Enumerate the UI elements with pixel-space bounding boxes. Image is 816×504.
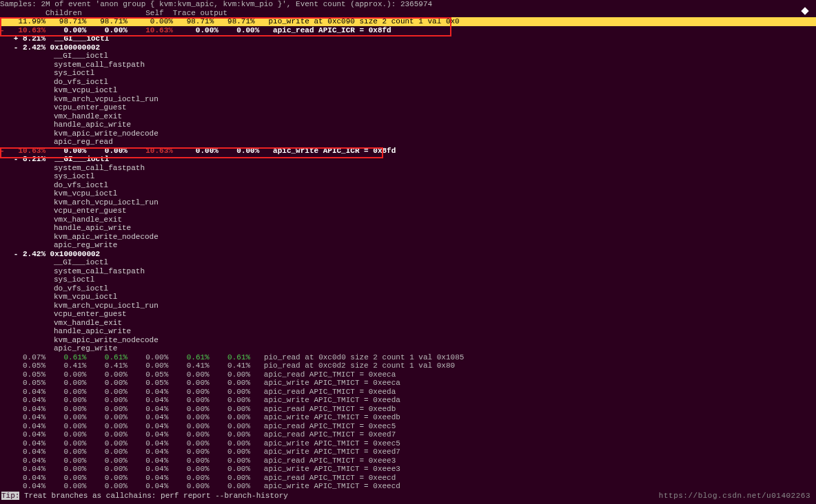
callchain-item[interactable]: __GI___ioctl (0, 258, 816, 267)
row-selected[interactable]: 11.99% 98.71% 98.71% 0.00% 98.71% 98.71%… (0, 17, 816, 26)
header-columns: Children Self Trace output (0, 9, 816, 18)
callchain-item[interactable]: vmx_handle_exit (0, 319, 816, 328)
callchain-item[interactable]: kvm_arch_vcpu_ioctl_run (0, 198, 816, 207)
perf-report-screen[interactable]: Samples: 2M of event 'anon group { kvm:k… (0, 0, 816, 504)
callchain-item[interactable]: kvm_arch_vcpu_ioctl_run (0, 95, 816, 104)
callchain-item[interactable]: handle_apic_write (0, 327, 816, 336)
table-row[interactable]: 0.04% 0.00% 0.00% 0.04% 0.00% 0.00% apic… (0, 422, 816, 431)
table-row[interactable]: 0.04% 0.00% 0.00% 0.04% 0.00% 0.00% apic… (0, 413, 816, 422)
callchain-item[interactable]: apic_reg_write (0, 241, 816, 250)
callchain-item[interactable]: kvm_vcpu_ioctl (0, 189, 816, 198)
table-row[interactable]: 0.04% 0.00% 0.00% 0.04% 0.00% 0.00% apic… (0, 396, 816, 405)
table-row[interactable]: 0.05% 0.41% 0.41% 0.00% 0.41% 0.41% pio_… (0, 361, 816, 370)
callchain-item[interactable]: vmx_handle_exit (0, 112, 816, 121)
callchain-item[interactable]: vcpu_enter_guest (0, 103, 816, 112)
callchain-item[interactable]: do_vfs_ioctl (0, 78, 816, 87)
row-gi-ioctl-1[interactable]: + 8.21% __GI___ioctl (0, 34, 816, 43)
table-row[interactable]: 0.04% 0.00% 0.00% 0.04% 0.00% 0.00% apic… (0, 456, 816, 465)
table-row[interactable]: 0.05% 0.00% 0.00% 0.05% 0.00% 0.00% apic… (0, 379, 816, 388)
table-row[interactable]: 0.04% 0.00% 0.00% 0.04% 0.00% 0.00% apic… (0, 405, 816, 414)
callchain-item[interactable]: kvm_vcpu_ioctl (0, 86, 816, 95)
table-row[interactable]: 0.04% 0.00% 0.00% 0.04% 0.00% 0.00% apic… (0, 430, 816, 439)
callchain-item[interactable]: do_vfs_ioctl (0, 284, 816, 293)
callchain-item[interactable]: sys_ioctl (0, 172, 816, 181)
callchain-item[interactable]: do_vfs_ioctl (0, 181, 816, 190)
callchain-item[interactable]: apic_reg_write (0, 344, 816, 353)
callchain-item[interactable]: kvm_apic_write_nodecode (0, 129, 816, 138)
callchain-item[interactable]: kvm_vcpu_ioctl (0, 293, 816, 302)
callchain-item[interactable]: apic_reg_read (0, 138, 816, 147)
tip-label: Tip: (1, 492, 19, 500)
row-hex-1[interactable]: - 2.42% 0x100000002 (0, 43, 816, 52)
row-gi-ioctl-2[interactable]: - 8.21% __GI___ioctl (0, 155, 816, 164)
callchain-item[interactable]: kvm_apic_write_nodecode (0, 233, 816, 242)
table-row[interactable]: 0.04% 0.00% 0.00% 0.04% 0.00% 0.00% apic… (0, 439, 816, 448)
callchain-item[interactable]: vcpu_enter_guest (0, 310, 816, 319)
table-row[interactable]: 0.04% 0.00% 0.00% 0.04% 0.00% 0.00% apic… (0, 474, 816, 483)
row-hex-2[interactable]: - 2.42% 0x100000002 (0, 250, 816, 259)
callchain-item[interactable]: sys_ioctl (0, 275, 816, 284)
callchain-item[interactable]: handle_apic_write (0, 224, 816, 233)
callchain-item[interactable]: __GI___ioctl (0, 52, 816, 61)
table-row[interactable]: 0.04% 0.00% 0.00% 0.04% 0.00% 0.00% apic… (0, 465, 816, 474)
callchain-item[interactable]: vmx_handle_exit (0, 216, 816, 224)
callchain-item[interactable]: system_call_fastpath (0, 61, 816, 70)
table-row[interactable]: 0.04% 0.00% 0.00% 0.04% 0.00% 0.00% apic… (0, 448, 816, 456)
callchain-item[interactable]: sys_ioctl (0, 69, 816, 78)
table-row[interactable]: 0.04% 0.00% 0.00% 0.04% 0.00% 0.00% apic… (0, 388, 816, 397)
callchain-item[interactable]: vcpu_enter_guest (0, 207, 816, 216)
table-row[interactable]: 0.05% 0.00% 0.00% 0.05% 0.00% 0.00% apic… (0, 370, 816, 379)
watermark: https://blog.csdn.net/u01402263 (659, 492, 810, 500)
header-samples: Samples: 2M of event 'anon group { kvm:k… (0, 0, 816, 9)
table-row[interactable]: 0.04% 0.00% 0.00% 0.04% 0.00% 0.00% apic… (0, 482, 816, 491)
row-apic-write[interactable]: - 10.63% 0.00% 0.00% 10.63% 0.00% 0.00% … (0, 147, 816, 156)
row-apic-read[interactable]: - 10.63% 0.00% 0.00% 10.63% 0.00% 0.00% … (0, 26, 816, 35)
callchain-item[interactable]: system_call_fastpath (0, 164, 816, 173)
callchain-item[interactable]: kvm_arch_vcpu_ioctl_run (0, 302, 816, 311)
callchain-item[interactable]: handle_apic_write (0, 120, 816, 129)
table-row[interactable]: 0.07% 0.61% 0.61% 0.00% 0.61% 0.61% pio_… (0, 353, 816, 362)
callchain-item[interactable]: kvm_apic_write_nodecode (0, 336, 816, 345)
tip-text: Treat branches as callchains: perf repor… (19, 492, 287, 500)
callchain-item[interactable]: system_call_fastpath (0, 267, 816, 276)
